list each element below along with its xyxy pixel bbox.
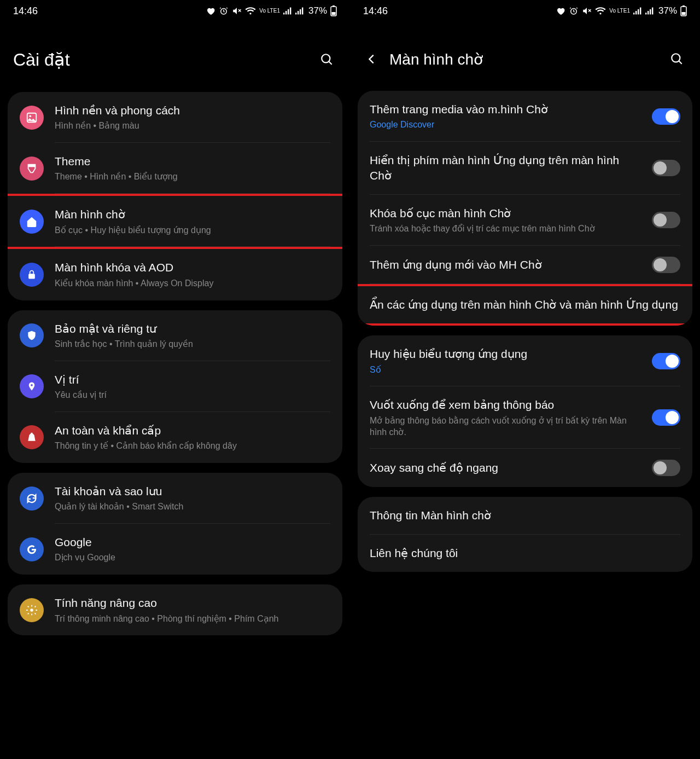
svg-rect-13 [332, 12, 336, 15]
item-text: Khóa bố cục màn hình Chờ Tránh xóa hoặc … [370, 206, 641, 235]
signal-icon-1 [633, 7, 642, 15]
item-text: Vị trí Yêu cầu vị trí [55, 372, 330, 401]
home-screen-groups: Thêm trang media vào m.hình Chờ Google D… [350, 91, 700, 593]
page-title: Màn hình chờ [389, 50, 658, 68]
item-badges[interactable]: Huy hiệu biểu tượng ứng dụng Số [358, 335, 692, 386]
item-text: Thêm ứng dụng mới vào MH Chờ [370, 257, 641, 273]
shield-icon [20, 323, 44, 347]
item-google[interactable]: Google Dịch vụ Google [8, 524, 342, 575]
lock-icon [20, 263, 44, 287]
svg-rect-26 [633, 13, 634, 14]
svg-rect-21 [31, 433, 32, 434]
toggle-lock-layout[interactable] [652, 212, 680, 228]
wallpaper-icon [20, 106, 44, 130]
item-emergency[interactable]: An toàn và khẩn cấp Thông tin y tế • Cản… [8, 412, 342, 463]
home-icon [20, 210, 44, 234]
status-icons: Vo LTE1 37% [206, 5, 337, 16]
item-text: Theme Theme • Hình nền • Biểu tượng [55, 154, 330, 183]
item-theme[interactable]: Theme Theme • Hình nền • Biểu tượng [8, 143, 342, 194]
svg-rect-35 [682, 5, 685, 7]
mute-icon [232, 6, 242, 16]
group-accounts: Tài khoản và sao lưu Quản lý tài khoản •… [8, 473, 342, 575]
toggle-media[interactable] [652, 108, 680, 125]
alarm-icon [219, 6, 229, 16]
svg-rect-32 [650, 9, 651, 15]
svg-rect-3 [283, 13, 284, 14]
phone-left: 14:46 Vo LTE1 37% Cài đặt Hìn [0, 0, 350, 759]
lte-label: Vo LTE1 [259, 8, 280, 14]
google-icon [20, 537, 44, 561]
toggle-badges[interactable] [652, 353, 680, 369]
item-text: Google Dịch vụ Google [55, 535, 330, 564]
svg-line-15 [329, 61, 331, 64]
svg-rect-18 [28, 164, 36, 167]
svg-rect-36 [682, 12, 686, 15]
svg-rect-8 [298, 11, 299, 14]
item-contact[interactable]: Liên hệ chúng tôi [358, 535, 692, 572]
phone-right: 14:46 Vo LTE1 37% Màn hình chờ Thêm tran… [350, 0, 700, 759]
group-display: Hình nền và phong cách Hình nền • Bảng m… [8, 92, 342, 300]
item-apps-button[interactable]: Hiển thị phím màn hình Ứng dụng trên màn… [358, 142, 692, 195]
status-icons: Vo LTE1 37% [556, 5, 687, 16]
svg-rect-33 [652, 8, 653, 15]
item-text: An toàn và khẩn cấp Thông tin y tế • Cản… [55, 423, 330, 452]
location-icon [20, 374, 44, 398]
toggle-apps-button[interactable] [652, 160, 680, 176]
item-text: Tính năng nâng cao Trí thông minh nâng c… [55, 595, 330, 624]
item-media-page[interactable]: Thêm trang media vào m.hình Chờ Google D… [358, 91, 692, 142]
item-swipe-notif[interactable]: Vuốt xuống để xem bảng thông báo Mở bảng… [358, 386, 692, 449]
search-button[interactable] [667, 49, 687, 69]
svg-rect-4 [285, 11, 287, 14]
item-wallpaper[interactable]: Hình nền và phong cách Hình nền • Bảng m… [8, 92, 342, 143]
item-about-home[interactable]: Thông tin Màn hình chờ [358, 497, 692, 534]
svg-point-22 [30, 609, 33, 612]
item-text: Màn hình chờ Bố cục • Huy hiệu biểu tượn… [55, 207, 330, 236]
item-home-screen[interactable]: Màn hình chờ Bố cục • Huy hiệu biểu tượn… [8, 196, 342, 247]
lte-label: Vo LTE1 [609, 8, 630, 14]
item-text: Huy hiệu biểu tượng ứng dụng Số [370, 346, 641, 375]
battery-text: 37% [308, 5, 327, 16]
svg-rect-31 [648, 11, 649, 14]
search-icon [320, 53, 334, 67]
search-icon [670, 52, 684, 66]
svg-rect-10 [302, 8, 303, 15]
item-text: Xoay sang chế độ ngang [370, 460, 641, 476]
sync-icon [20, 486, 44, 511]
item-text: Thông tin Màn hình chờ [370, 508, 680, 523]
item-text: Hiển thị phím màn hình Ứng dụng trên màn… [370, 153, 641, 184]
item-location[interactable]: Vị trí Yêu cầu vị trí [8, 361, 342, 412]
heart-icon [206, 6, 215, 16]
status-bar: 14:46 Vo LTE1 37% [0, 0, 350, 22]
status-bar: 14:46 Vo LTE1 37% [350, 0, 700, 22]
toggle-swipe[interactable] [652, 409, 680, 426]
back-button[interactable] [363, 50, 381, 68]
item-hide-apps[interactable]: Ẩn các ứng dụng trên màn hình Chờ và màn… [358, 286, 692, 323]
svg-point-37 [672, 54, 680, 62]
highlight-box: Ẩn các ứng dụng trên màn hình Chờ và màn… [358, 284, 692, 326]
group-home-3: Thông tin Màn hình chờ Liên hệ chúng tôi [358, 497, 692, 572]
emergency-icon [20, 425, 44, 449]
svg-rect-30 [645, 13, 646, 14]
svg-rect-29 [640, 8, 641, 15]
item-add-apps[interactable]: Thêm ứng dụng mới vào MH Chờ [358, 246, 692, 284]
toggle-rotate[interactable] [652, 460, 680, 476]
item-rotate[interactable]: Xoay sang chế độ ngang [358, 449, 692, 487]
toggle-add-apps[interactable] [652, 257, 680, 273]
item-lock-layout[interactable]: Khóa bố cục màn hình Chờ Tránh xóa hoặc … [358, 195, 692, 246]
item-security[interactable]: Bảo mật và riêng tư Sinh trắc học • Trìn… [8, 310, 342, 361]
svg-point-17 [29, 115, 31, 117]
svg-point-14 [322, 54, 330, 62]
status-time: 14:46 [13, 5, 38, 17]
search-button[interactable] [317, 50, 337, 69]
advanced-icon [20, 598, 44, 622]
item-advanced[interactable]: Tính năng nâng cao Trí thông minh nâng c… [8, 584, 342, 635]
battery-icon [330, 5, 337, 16]
svg-rect-6 [290, 8, 291, 15]
item-accounts[interactable]: Tài khoản và sao lưu Quản lý tài khoản •… [8, 473, 342, 524]
item-lock-aod[interactable]: Màn hình khóa và AOD Kiểu khóa màn hình … [8, 249, 342, 300]
item-text: Thêm trang media vào m.hình Chờ Google D… [370, 102, 641, 131]
chevron-left-icon [366, 53, 378, 65]
signal-icon-2 [645, 7, 654, 15]
item-text: Vuốt xuống để xem bảng thông báo Mở bảng… [370, 397, 641, 438]
svg-rect-27 [635, 11, 637, 14]
